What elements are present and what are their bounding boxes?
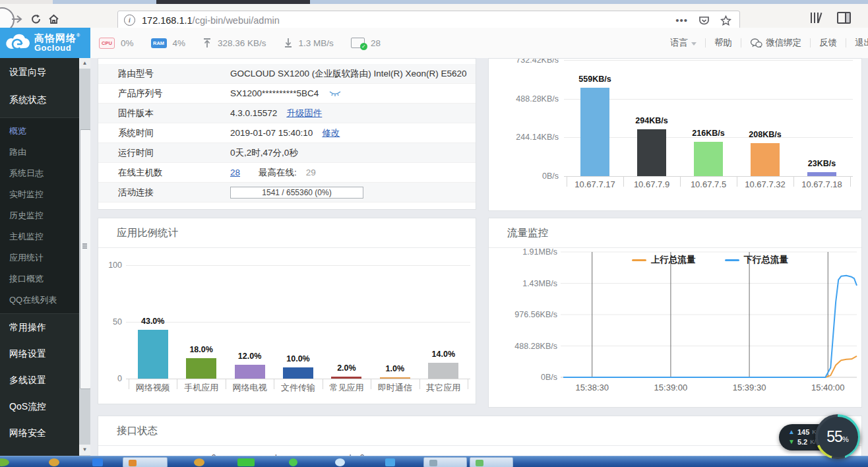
menu-separator [810,38,811,47]
sidebar-item-接口概览[interactable]: 接口概览 [0,268,79,290]
scrollbar-thumb[interactable] [80,129,91,389]
upload-speed: 328.36 KB/s [218,38,266,48]
bar-value-label: 10.0% [286,354,309,363]
url-text[interactable]: 172.168.1.1/cgi-bin/webui/admin [142,15,675,26]
sidebar-item-系统日志[interactable]: 系统日志 [0,163,79,184]
sidebar-item-概览[interactable]: 概览 [0,121,79,142]
x-axis-tick [226,379,226,389]
table-row: 活动连接1541 / 655360 (0%) [98,183,476,202]
x-axis-tick [850,176,851,187]
app-ratio-title: 应用比例统计 [98,218,476,248]
bar-value-label: 559KB/s [578,75,611,84]
bar-category-label: 其它应用 [426,382,460,394]
menu-item-1[interactable]: 语言 [670,37,697,49]
online-hosts-link[interactable]: 28 [230,163,240,182]
taskbar-green-dot-icon[interactable] [289,458,297,466]
menu-item-2[interactable]: 帮助 [714,37,732,49]
sidebars-icon[interactable] [837,12,851,24]
sidebar-item-主机监控[interactable]: 主机监控 [0,226,79,247]
traffic-monitor-title: 流量监控 [489,218,861,248]
taskbar-app-blue-icon[interactable] [92,458,103,466]
bar-即时通信 [380,377,410,379]
bookmark-star-icon[interactable] [720,15,731,26]
url-bar[interactable]: i 172.168.1.1/cgi-bin/webui/admin ••• [117,11,740,30]
legend-dash-icon [632,259,646,261]
sidebar-item-设置向导[interactable]: 设置向导 [0,58,79,86]
menu-item-label: 退出 [855,37,868,49]
app-logo[interactable]: 高恪网络® Gocloud [0,28,90,58]
gauge-circle[interactable]: 55 % [815,414,860,459]
x-axis-tick [468,379,468,389]
sidebar-item-应用统计[interactable]: 应用统计 [0,247,79,268]
menu-item-4[interactable]: 反馈 [819,37,837,49]
row-value: GOCLOUD SX1200 (企业版软路由) Intel(R) Xeon(R)… [230,64,476,83]
taskbar-start-orb[interactable] [0,458,9,466]
bar-value-label: 1.0% [386,364,405,373]
eye-closed-icon[interactable] [329,90,341,97]
table-row: 系统时间2019-01-07 15:40:10修改 [98,123,476,143]
scrollbar-grip-icon [82,243,87,245]
sidebar-item-qos流控[interactable]: QoS流控 [0,393,79,420]
site-info-icon[interactable]: i [124,15,135,26]
taskbar-blue-ring-icon[interactable] [335,458,345,466]
host-traffic-chart: 732.42KB/s488.28KB/s244.14KB/s0B/s559KB/… [489,59,861,210]
bar-category-label: 常见应用 [329,382,363,394]
table-row: 固件版本4.3.0.15572升级固件 [98,104,476,123]
sidebar-item-系统状态[interactable]: 系统状态 [0,86,79,113]
forward-button[interactable] [8,11,25,28]
legend-label: 上行总流量 [651,254,696,266]
sidebar-item-常用操作[interactable]: 常用操作 [0,314,79,340]
menu-separator [705,38,706,47]
page-actions-icon[interactable]: ••• [675,15,688,26]
bar-value-label: 208KB/s [749,130,781,139]
library-icon[interactable] [811,13,821,23]
scroll-down-icon[interactable]: ▼ [79,445,90,455]
sidebar-item-网络安全[interactable]: 网络安全 [0,420,79,446]
legend-item-2[interactable]: 下行总流量 [725,254,789,266]
menu-item-3[interactable]: 微信绑定 [750,37,801,49]
taskbar-green-rect-icon[interactable] [237,458,255,466]
x-axis-tick [793,176,794,187]
pocket-icon[interactable] [698,15,710,26]
value-text: GOCLOUD SX1200 (企业版软路由) Intel(R) Xeon(R)… [230,64,467,83]
table-row: 运行时间0天,2时,47分,0秒 [98,143,476,163]
taskbar-ie-icon[interactable] [49,458,59,466]
taskbar-open-tile-2[interactable] [423,457,467,467]
bar-value-label: 43.0% [141,317,164,326]
sidebar-scrollbar[interactable]: ▲ ▼ [79,58,90,467]
home-button[interactable] [45,11,62,28]
sidebar-item-历史监控[interactable]: 历史监控 [0,205,79,226]
taskbar-ie2-icon[interactable] [194,458,204,466]
refresh-button[interactable] [28,11,45,28]
x-axis-tick [419,379,420,389]
menu-item-5[interactable]: 退出 [855,37,868,49]
system-stats: CPU 0% RAM 4% 328.36 KB/s 1.3 MB/s ✓ 28 [99,28,381,58]
value-text: 2019-01-07 15:40:10 [230,123,313,142]
bar-value-label: 216KB/s [692,129,724,138]
bar-category-label: 10.67.7.17 [574,179,615,189]
legend-item-1[interactable]: 上行总流量 [632,254,696,266]
sidebar-item-qq在线列表[interactable]: QQ在线列表 [0,290,79,311]
taskbar-open-tile-3[interactable] [470,457,513,467]
chart-gridline [126,265,470,266]
sidebar-item-路由[interactable]: 路由 [0,142,79,163]
taskbar-open-tile-1[interactable] [123,457,168,467]
cpu-usage: 0% [121,38,134,48]
sidebar-item-实时监控[interactable]: 实时监控 [0,184,79,205]
gauge-percent-sign: % [842,435,849,443]
row-value: SX1200**********5BC4 [230,84,476,103]
scroll-up-icon[interactable]: ▲ [79,58,90,69]
url-host: 172.168.1.1 [142,15,193,26]
bar-10.67.7.17 [580,88,609,176]
taskbar-blue-plane-icon[interactable] [385,458,395,466]
system-info-panel: 路由型号GOCLOUD SX1200 (企业版软路由) Intel(R) Xeo… [98,58,476,210]
sidebar-item-多线设置[interactable]: 多线设置 [0,367,79,393]
row-link[interactable]: 修改 [322,123,340,142]
sidebar-item-网络设置[interactable]: 网络设置 [0,340,79,367]
x-axis-tick [567,176,567,187]
bar-category-label: 手机应用 [184,382,218,394]
row-link[interactable]: 升级固件 [286,104,322,123]
app-ratio-panel: 应用比例统计 10050043.0%网络视频18.0%手机应用12.0%网络电视… [98,218,476,404]
x-axis-tick [737,176,737,187]
bar-category-label: 10.67.7.5 [691,179,726,189]
